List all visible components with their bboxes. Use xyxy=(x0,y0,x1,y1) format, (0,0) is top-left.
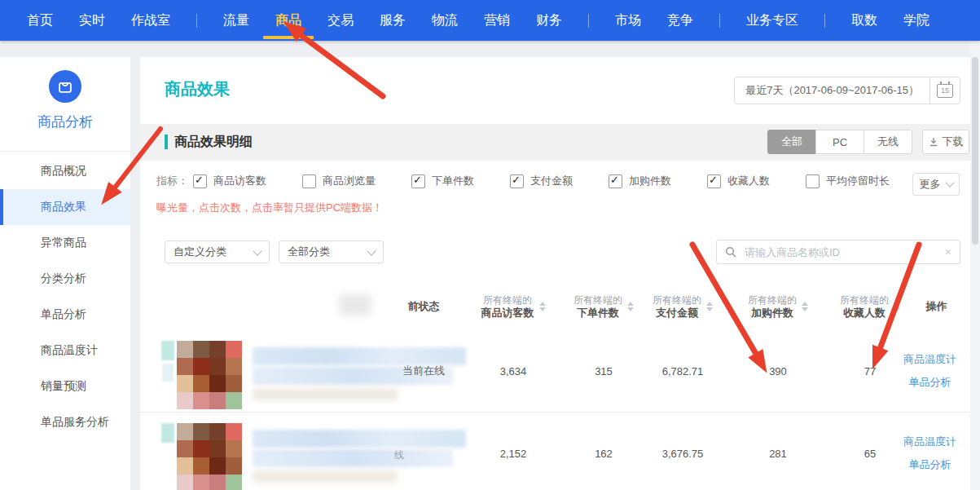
blur-fragment xyxy=(161,423,174,443)
checkbox-icon[interactable] xyxy=(806,174,820,188)
more-dropdown-button[interactable]: 更多 xyxy=(912,173,960,196)
metric-label: 收藏人数 xyxy=(727,174,770,188)
nav-item-finance[interactable]: 财务 xyxy=(536,0,562,41)
sidebar-item-abnormal-products[interactable]: 异常商品 xyxy=(0,225,130,261)
visitors-cell: 2,152 xyxy=(466,448,560,460)
date-range-value: 最近7天（2017-06-09~2017-06-15） xyxy=(735,77,930,104)
sidebar-section-title: 商品分析 xyxy=(0,113,130,131)
sidebar-item-single-product-service[interactable]: 单品服务分析 xyxy=(0,404,130,440)
all-category-select[interactable]: 全部分类 xyxy=(279,241,384,263)
detail-section-band: 商品效果明细 全部 PC 无线 下载 xyxy=(140,124,970,161)
sidebar-item-single-product-analysis[interactable]: 单品分析 xyxy=(0,297,130,333)
action-column-header: 操作 xyxy=(903,299,970,314)
blur-fragment xyxy=(162,364,174,382)
single-product-analysis-link[interactable]: 单品分析 xyxy=(909,375,951,390)
status-blur-fragment: 线 xyxy=(394,448,404,462)
metric-checkbox-payment[interactable]: 支付金额 xyxy=(510,174,573,188)
action-cell: 商品温度计 单品分析 xyxy=(903,352,970,390)
metric-checkbox-cart[interactable]: 加购件数 xyxy=(609,174,671,188)
visitors-cell: 3,634 xyxy=(466,365,560,377)
nav-item-products[interactable]: 商品 xyxy=(275,0,301,41)
product-cell xyxy=(140,413,381,490)
nav-item-market[interactable]: 市场 xyxy=(615,0,641,41)
status-cell: 当前在线 xyxy=(381,330,466,412)
metric-checkbox-orders[interactable]: 下单件数 xyxy=(411,174,474,188)
page-header-panel: 商品效果 最近7天（2017-06-09~2017-06-15） 15 xyxy=(140,57,970,124)
metric-label: 平均停留时长 xyxy=(826,174,890,188)
nav-item-warroom[interactable]: 作战室 xyxy=(131,0,170,41)
sidebar-item-sales-forecast[interactable]: 销量预测 xyxy=(0,369,130,404)
checkbox-icon[interactable] xyxy=(707,174,721,188)
metric-checkbox-pageviews[interactable]: 商品浏览量 xyxy=(302,174,376,188)
sidebar-item-category-analysis[interactable]: 分类分析 xyxy=(0,261,130,297)
product-search-box: × xyxy=(716,240,960,264)
orders-column-header: 所有终端的下单件数 xyxy=(560,294,647,320)
chevron-down-icon xyxy=(253,246,261,255)
checkbox-icon[interactable] xyxy=(193,174,207,188)
sidebar-item-product-thermometer[interactable]: 商品温度计 xyxy=(0,333,130,369)
status-column-header: 前状态 xyxy=(381,299,466,314)
sidebar-menu: 商品概况 商品效果 异常商品 分类分析 单品分析 商品温度计 销量预测 单品服务… xyxy=(0,152,130,440)
chevron-down-icon xyxy=(367,246,376,255)
nav-item-marketing[interactable]: 营销 xyxy=(484,0,510,41)
tab-wireless[interactable]: 无线 xyxy=(864,130,912,154)
device-tabs: 全部 PC 无线 xyxy=(768,130,912,154)
sort-icon[interactable] xyxy=(539,302,546,311)
clear-search-icon[interactable]: × xyxy=(945,246,951,258)
sort-icon[interactable] xyxy=(706,302,713,311)
favorites-cell: 77 xyxy=(837,365,903,377)
scrollbar-thumb[interactable] xyxy=(972,57,978,245)
nav-item-realtime[interactable]: 实时 xyxy=(79,0,105,41)
product-subtext-blurred xyxy=(253,470,398,483)
product-image-blurred xyxy=(177,341,242,409)
nav-item-data-fetch[interactable]: 取数 xyxy=(851,0,877,41)
nav-item-business-zone[interactable]: 业务专区 xyxy=(746,0,798,41)
nav-item-service[interactable]: 服务 xyxy=(380,0,406,41)
checkbox-icon[interactable] xyxy=(411,174,425,188)
product-image-blurred xyxy=(177,423,242,490)
nav-item-logistics[interactable]: 物流 xyxy=(432,0,458,41)
nav-item-traffic[interactable]: 流量 xyxy=(223,0,249,41)
metric-label: 加购件数 xyxy=(629,174,671,188)
product-thermometer-link[interactable]: 商品温度计 xyxy=(903,435,956,449)
nav-item-home[interactable]: 首页 xyxy=(27,0,53,41)
sort-icon[interactable] xyxy=(627,302,634,311)
calendar-icon: 15 xyxy=(937,84,953,98)
nav-separator xyxy=(588,14,589,28)
page-title: 商品效果 xyxy=(165,78,230,100)
single-product-analysis-link[interactable]: 单品分析 xyxy=(909,457,951,472)
custom-category-select[interactable]: 自定义分类 xyxy=(165,241,270,263)
sidebar-item-product-overview[interactable]: 商品概况 xyxy=(0,153,130,189)
sidebar-item-product-effect[interactable]: 商品效果 xyxy=(0,189,130,225)
pc-data-notice: 曝光量，点击次数，点击率暂只提供PC端数据！ xyxy=(156,201,383,215)
blur-smudge xyxy=(339,294,371,316)
nav-separator xyxy=(196,14,197,28)
checkbox-icon[interactable] xyxy=(609,174,622,188)
metric-label: 支付金额 xyxy=(530,174,573,188)
metric-checkbox-visitors[interactable]: 商品访客数 xyxy=(193,174,266,188)
search-input[interactable] xyxy=(743,245,938,259)
blur-fragment xyxy=(161,341,174,360)
calendar-button[interactable]: 15 xyxy=(930,77,960,104)
checkbox-icon[interactable] xyxy=(302,174,316,188)
favorites-column-header: 所有终端的收藏人数 xyxy=(837,294,903,320)
nav-item-academy[interactable]: 学院 xyxy=(903,0,929,41)
nav-item-competition[interactable]: 竞争 xyxy=(667,0,693,41)
payment-column-header: 所有终端的支付金额 xyxy=(647,294,719,320)
metric-checkbox-favorites[interactable]: 收藏人数 xyxy=(707,174,770,188)
download-button[interactable]: 下载 xyxy=(922,130,969,154)
product-effect-table: 前状态 所有终端的商品访客数 所有终端的下单件数 所有终端的支付金额 所有终端的… xyxy=(140,283,970,490)
sort-icon[interactable] xyxy=(894,302,900,311)
top-nav: 首页 实时 作战室 流量 商品 交易 服务 物流 营销 财务 市场 竞争 业务专… xyxy=(0,0,980,41)
chevron-down-icon xyxy=(945,178,954,187)
sort-icon[interactable] xyxy=(802,302,808,311)
checkbox-icon[interactable] xyxy=(510,174,524,188)
product-thermometer-link[interactable]: 商品温度计 xyxy=(903,352,956,367)
tab-all[interactable]: 全部 xyxy=(767,130,816,154)
nav-item-trade[interactable]: 交易 xyxy=(327,0,354,41)
metric-checkbox-stay-duration[interactable]: 平均停留时长 xyxy=(806,174,890,188)
date-range-picker[interactable]: 最近7天（2017-06-09~2017-06-15） 15 xyxy=(734,77,960,104)
nav-separator xyxy=(824,14,825,28)
product-subtext-blurred xyxy=(253,388,398,400)
tab-pc[interactable]: PC xyxy=(815,130,864,154)
